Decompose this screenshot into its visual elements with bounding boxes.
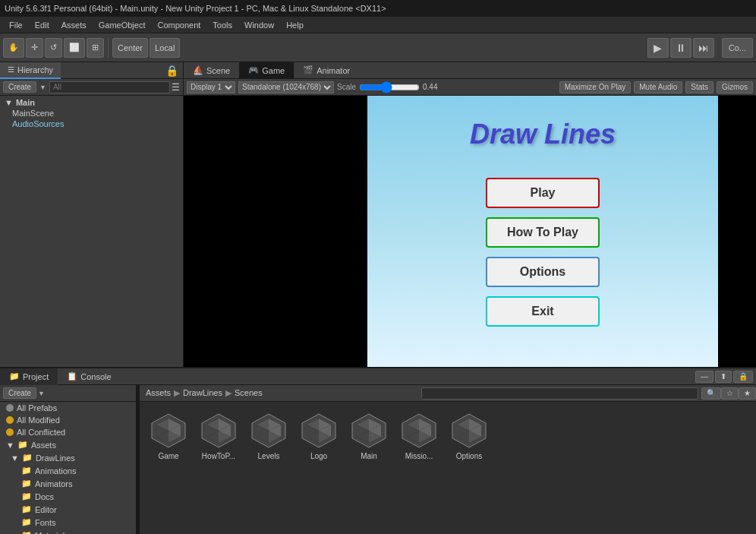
animator-tab-label: Animator <box>317 66 350 75</box>
all-prefabs-icon <box>6 404 14 412</box>
pause-button[interactable]: ⏸ <box>670 38 691 58</box>
gizmos-button[interactable]: Gizmos <box>717 81 753 93</box>
game-scene-label: Game <box>158 452 178 460</box>
hierarchy-tab[interactable]: ☰ Hierarchy <box>0 62 61 79</box>
sidebar-tree-editor[interactable]: 📁 Editor <box>0 503 136 516</box>
project-star-button[interactable]: ★ <box>739 387 756 400</box>
sidebar-tree-fonts[interactable]: 📁 Fonts <box>0 516 136 529</box>
project-tab-label: Project <box>23 372 49 381</box>
sidebar-item-all-modified[interactable]: All Modified <box>0 414 136 426</box>
move-tool-button[interactable]: ✛ <box>26 38 43 58</box>
project-options-button[interactable]: ☆ <box>721 387 739 400</box>
game-title: Draw Lines <box>470 118 616 150</box>
animators-folder-icon: 📁 <box>21 479 32 488</box>
hierarchy-filter-button[interactable]: ☰ <box>172 82 180 93</box>
stats-button[interactable]: Stats <box>685 81 713 93</box>
assets-arrow-icon: ▼ <box>6 441 14 450</box>
options-button[interactable]: Options <box>486 257 600 287</box>
sidebar-tree-animations[interactable]: 📁 Animations <box>0 464 136 477</box>
sidebar-tree-assets[interactable]: ▼ 📁 Assets <box>0 438 136 451</box>
sidebar-item-all-prefabs[interactable]: All Prefabs <box>0 402 136 414</box>
scene-item-mission[interactable]: Missio... <box>398 409 440 463</box>
exit-button[interactable]: Exit <box>486 296 600 327</box>
game-tab-icon: 🎮 <box>248 65 259 75</box>
menu-tools[interactable]: Tools <box>206 19 238 31</box>
collapse-button[interactable]: — <box>695 371 713 383</box>
maximize-on-play-button[interactable]: Maximize On Play <box>559 81 632 93</box>
animations-folder-icon: 📁 <box>21 466 32 476</box>
tab-game[interactable]: 🎮 Game <box>239 62 294 79</box>
animators-label: Animators <box>35 479 73 488</box>
sidebar-item-all-conflicted[interactable]: All Conflicted <box>0 426 136 438</box>
menu-file[interactable]: File <box>3 19 29 31</box>
scene-item-logo[interactable]: Logo <box>298 409 340 463</box>
hierarchy-lock-icon[interactable]: 🔒 <box>165 65 183 77</box>
console-tab-icon: 📋 <box>67 371 77 381</box>
breadcrumb-scenes[interactable]: Scenes <box>235 388 263 397</box>
scale-slider[interactable] <box>359 81 420 93</box>
rotate-tool-button[interactable]: ↺ <box>45 38 62 58</box>
animator-tab-icon: 🎬 <box>303 65 313 75</box>
sidebar-tree-drawlines[interactable]: ▼ 📁 DrawLines <box>0 451 136 464</box>
menu-window[interactable]: Window <box>238 19 280 31</box>
transform-tool-button[interactable]: ⊞ <box>87 38 104 58</box>
hierarchy-item-audiosources[interactable]: AudioSources <box>0 118 183 129</box>
console-tab-label: Console <box>80 372 111 381</box>
play-game-button[interactable]: Play <box>486 178 600 208</box>
hierarchy-item-mainscene[interactable]: MainScene <box>0 108 183 118</box>
how-to-play-button[interactable]: How To Play <box>486 217 600 248</box>
breadcrumb-assets[interactable]: Assets <box>146 388 171 397</box>
display-select[interactable]: Display 1 <box>187 81 235 93</box>
hierarchy-main-label: Main <box>16 98 35 107</box>
menu-help[interactable]: Help <box>280 19 310 31</box>
hierarchy-tab-bar: ☰ Hierarchy 🔒 <box>0 62 183 79</box>
scene-item-options[interactable]: Options <box>448 409 490 463</box>
step-button[interactable]: ⏭ <box>693 38 714 58</box>
local-button[interactable]: Local <box>150 38 180 58</box>
resolution-select[interactable]: Standalone (1024x768) <box>238 81 334 93</box>
center-button[interactable]: Center <box>112 38 148 58</box>
sidebar-tree-docs[interactable]: 📁 Docs <box>0 490 136 503</box>
project-search-input[interactable] <box>421 387 698 400</box>
collab-button[interactable]: Co... <box>722 38 753 58</box>
hierarchy-controls: Create ▼ ☰ <box>0 79 183 96</box>
tab-animator[interactable]: 🎬 Animator <box>294 62 359 79</box>
scene-item-howtoplay[interactable]: HowToP... <box>197 409 240 463</box>
mute-audio-button[interactable]: Mute Audio <box>634 81 682 93</box>
scene-item-levels[interactable]: Levels <box>247 409 290 463</box>
project-breadcrumb: Assets ▶ DrawLines ▶ Scenes <box>140 385 421 402</box>
toolbar: ✋ ✛ ↺ ⬜ ⊞ Center Local ▶ ⏸ ⏭ Co... <box>0 33 756 62</box>
hand-tool-button[interactable]: ✋ <box>3 38 24 58</box>
logo-scene-label: Logo <box>310 452 327 460</box>
howtoplay-scene-icon <box>200 412 237 449</box>
expand-button[interactable]: ⬆ <box>715 371 732 383</box>
sidebar-tree-animators[interactable]: 📁 Animators <box>0 477 136 490</box>
tab-console[interactable]: 📋 Console <box>58 368 120 385</box>
all-modified-label: All Modified <box>17 416 60 425</box>
project-content: Assets ▶ DrawLines ▶ Scenes 🔍 ☆ ★ <box>140 385 756 534</box>
scale-tool-button[interactable]: ⬜ <box>64 38 85 58</box>
fonts-label: Fonts <box>35 518 56 527</box>
tab-scene[interactable]: ⛵ Scene <box>184 62 239 79</box>
menu-edit[interactable]: Edit <box>29 19 55 31</box>
scene-item-main[interactable]: Main <box>348 409 390 463</box>
play-button[interactable]: ▶ <box>647 38 669 58</box>
tab-project[interactable]: 📁 Project <box>0 368 58 385</box>
hierarchy-search-input[interactable] <box>49 81 170 93</box>
scene-item-game[interactable]: Game <box>147 409 190 463</box>
view-tab-bar: ⛵ Scene 🎮 Game 🎬 Animator <box>184 62 756 79</box>
menu-component[interactable]: Component <box>151 19 206 31</box>
menu-assets[interactable]: Assets <box>55 19 93 31</box>
hierarchy-create-button[interactable]: Create <box>3 81 36 93</box>
project-create-button[interactable]: Create <box>3 387 36 399</box>
hierarchy-item-main[interactable]: ▼ Main <box>0 97 183 108</box>
menu-gameobject[interactable]: GameObject <box>93 19 152 31</box>
sidebar-tree-materials[interactable]: 📁 Materials <box>0 529 136 534</box>
toolbar-separator <box>108 38 109 58</box>
assets-label: Assets <box>31 441 56 450</box>
breadcrumb-drawlines[interactable]: DrawLines <box>183 388 222 397</box>
project-tab-icon: 📁 <box>9 371 20 381</box>
search-icon-button[interactable]: 🔍 <box>701 387 721 400</box>
lock-button[interactable]: 🔒 <box>733 371 753 383</box>
fonts-folder-icon: 📁 <box>21 517 32 527</box>
